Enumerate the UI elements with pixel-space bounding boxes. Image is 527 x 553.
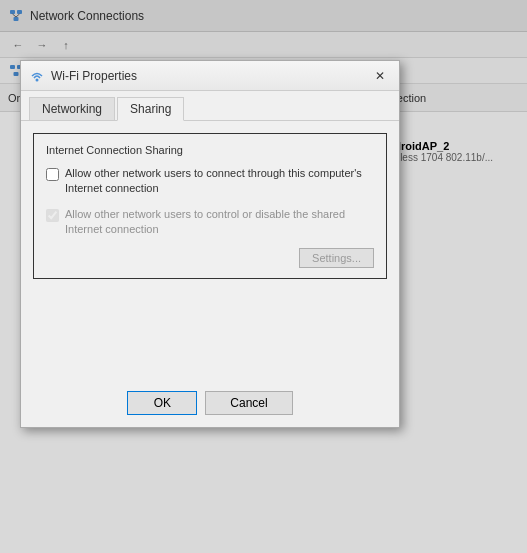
dialog-title: Wi-Fi Properties: [51, 69, 369, 83]
allow-control-checkbox[interactable]: [46, 209, 59, 222]
settings-btn-row: Settings...: [46, 248, 374, 268]
tab-networking[interactable]: Networking: [29, 97, 115, 121]
allow-sharing-label: Allow other network users to connect thr…: [65, 166, 374, 197]
cancel-button[interactable]: Cancel: [205, 391, 292, 415]
dialog-footer: OK Cancel: [21, 381, 399, 427]
tab-sharing[interactable]: Sharing: [117, 97, 184, 121]
allow-control-label: Allow other network users to control or …: [65, 207, 374, 238]
settings-button[interactable]: Settings...: [299, 248, 374, 268]
checkbox-row-2: Allow other network users to control or …: [46, 207, 374, 238]
checkbox-row-1: Allow other network users to connect thr…: [46, 166, 374, 197]
wifi-properties-dialog: Wi-Fi Properties ✕ Networking Sharing In…: [20, 60, 400, 428]
ok-button[interactable]: OK: [127, 391, 197, 415]
dialog-content: Internet Connection Sharing Allow other …: [21, 120, 399, 381]
spacer: [33, 289, 387, 369]
dialog-tabs: Networking Sharing: [21, 91, 399, 120]
allow-sharing-checkbox[interactable]: [46, 168, 59, 181]
dialog-close-button[interactable]: ✕: [369, 65, 391, 87]
dialog-wifi-icon: [29, 68, 45, 84]
dialog-title-bar: Wi-Fi Properties ✕: [21, 61, 399, 91]
sharing-box-title: Internet Connection Sharing: [46, 144, 374, 156]
internet-connection-sharing-box: Internet Connection Sharing Allow other …: [33, 133, 387, 279]
svg-point-9: [36, 78, 39, 81]
